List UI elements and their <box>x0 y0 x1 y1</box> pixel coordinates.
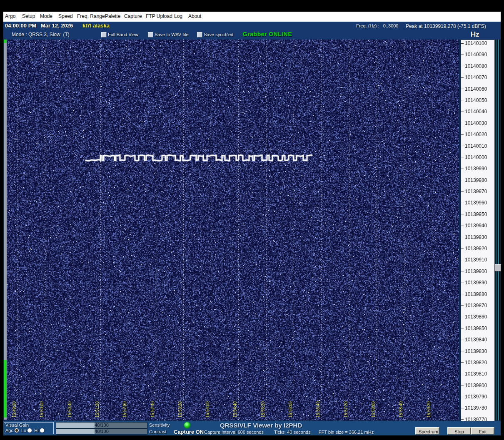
freq-scale-label: 10140090 <box>461 52 494 57</box>
freq-tick-mark <box>461 340 464 340</box>
freq-tick-mark <box>461 66 464 66</box>
freq-scale-label: 10139940 <box>461 223 494 229</box>
freq-scale-label: 10139980 <box>461 177 494 183</box>
freq-tick-mark <box>461 397 464 397</box>
freq-tick-mark <box>461 237 464 237</box>
checkbox-label: Full Band View <box>108 32 138 37</box>
freq-tick-mark <box>461 305 464 306</box>
frequency-scrollbar-thumb[interactable] <box>495 264 501 271</box>
freq-scale-label: 10139910 <box>461 257 494 263</box>
radio-hi[interactable]: Hi <box>34 428 44 433</box>
menu-item-log[interactable]: Log <box>174 13 182 19</box>
freq-tick-mark <box>461 100 464 100</box>
menu-item-ftp-upload[interactable]: FTP Upload <box>146 13 172 19</box>
freq-scale-label: 10139810 <box>461 371 494 377</box>
freq-tick-mark <box>461 157 464 157</box>
checkbox-save-to-wav-file[interactable] <box>148 32 153 37</box>
freq-value: 10140030 <box>465 120 487 126</box>
radio-hi-icon[interactable] <box>40 428 44 433</box>
freq-value: 10139930 <box>465 234 487 240</box>
spectrum-button[interactable]: Spectrum <box>415 427 439 435</box>
radio-lo[interactable]: Lo <box>21 428 32 433</box>
sensitivity-slider[interactable]: 40/100 <box>56 422 147 428</box>
freq-scale-label: 10140020 <box>461 132 494 137</box>
freq-value: 10139920 <box>465 246 487 251</box>
freq-scale-label: 10139830 <box>461 348 494 354</box>
grabber-status: Grabber ONLINE <box>243 31 292 37</box>
freq-tick-mark <box>461 89 464 89</box>
freq-tick-mark <box>461 214 464 214</box>
freq-value: 10139890 <box>465 280 487 286</box>
callsign-label: kl7l alaska <box>82 22 110 29</box>
freq-scale-label: 10140010 <box>461 143 494 149</box>
visual-gain-label: Visual Gain <box>5 423 29 428</box>
menu-item-palette[interactable]: Palette <box>105 13 120 19</box>
freq-value: 10139870 <box>465 303 487 308</box>
freq-tick-mark <box>461 385 464 385</box>
freq-tick-mark <box>461 260 464 260</box>
freq-scale-label: 10139900 <box>461 268 494 274</box>
radio-label: Agc <box>5 428 13 433</box>
clock-date: 04:00:00 PM Mar 12, 2026 <box>5 22 73 29</box>
menu-item-mode[interactable]: Mode <box>40 13 52 19</box>
freq-value: 10139830 <box>465 348 487 354</box>
menu-item-argo[interactable]: Argo <box>5 13 15 19</box>
freq-tick-mark <box>461 55 464 55</box>
sensitivity-label: Sensitivity <box>149 423 170 428</box>
menu-item-speed[interactable]: Speed <box>58 13 73 19</box>
freq-scale-label: 10139870 <box>461 303 494 308</box>
freq-tick-mark <box>461 374 464 374</box>
waterfall-spectrogram[interactable] <box>7 40 459 420</box>
freq-value: 10139780 <box>465 405 487 411</box>
checkbox-save-synch-ed[interactable] <box>197 32 202 37</box>
freq-tick-mark <box>461 294 464 294</box>
capture-progress-top-indicator <box>4 40 7 43</box>
freq-value: 10140010 <box>465 143 487 149</box>
freq-value: 10139980 <box>465 177 487 183</box>
freq-tick-mark <box>461 283 464 283</box>
freq-tick-mark <box>461 180 464 180</box>
freq-scale-label: 10139890 <box>461 280 494 286</box>
freq-value: 10139940 <box>465 223 487 229</box>
freq-value: 10139880 <box>465 291 487 297</box>
visual-gain-group: Visual Gain AgcLoHi <box>4 422 54 434</box>
stop-button[interactable]: Stop <box>447 427 471 435</box>
freq-tick-mark <box>461 169 464 169</box>
hz-axis-label: Hz <box>471 30 479 39</box>
radio-agc[interactable]: Agc <box>5 428 19 433</box>
freq-value: 10139860 <box>465 314 487 320</box>
freq-scale-label: 10140030 <box>461 120 494 126</box>
radio-lo-icon[interactable] <box>27 428 32 433</box>
freq-tick-mark <box>461 123 464 123</box>
contrast-value: 40/100 <box>56 429 147 434</box>
freq-scale-label: 10139790 <box>461 394 494 400</box>
freq-value: 10140040 <box>465 109 487 114</box>
ticks-info: Ticks 40 seconds <box>274 430 311 435</box>
freq-value: 10139900 <box>465 268 487 274</box>
freq-value: 10140100 <box>465 40 487 46</box>
contrast-slider[interactable]: 40/100 <box>56 428 147 435</box>
checkbox-full-band-view[interactable] <box>101 32 107 37</box>
menu-item-capture[interactable]: Capture <box>124 13 142 19</box>
exit-button[interactable]: Exit <box>471 427 494 435</box>
freq-scale-label: 10140040 <box>461 109 494 114</box>
freq-scale-label: 10140100 <box>461 40 494 46</box>
freq-value: 10140060 <box>465 86 487 92</box>
menu-item-setup[interactable]: Setup <box>22 13 35 19</box>
radio-label: Lo <box>21 428 26 433</box>
freq-value: 10140080 <box>465 63 487 69</box>
freq-scale-label: 10139850 <box>461 326 494 331</box>
frequency-scrollbar[interactable] <box>495 40 500 420</box>
freq-scale-label: 10139930 <box>461 234 494 240</box>
control-bar: Visual Gain AgcLoHi 40/100 40/100 Sensit… <box>3 421 501 435</box>
contrast-label: Contrast <box>149 429 167 434</box>
freq-tick-mark <box>461 249 464 249</box>
freq-tick-mark <box>461 77 464 78</box>
freq-value: 10139960 <box>465 200 487 206</box>
menu-item-freq-range[interactable]: Freq. Range <box>77 13 105 19</box>
menu-item-about[interactable]: About <box>188 13 201 19</box>
freq-tick-mark <box>461 362 464 363</box>
freq-value: 10139850 <box>465 326 487 331</box>
checkbox-label: Save synch'ed <box>204 32 233 37</box>
radio-agc-icon[interactable] <box>15 428 19 433</box>
